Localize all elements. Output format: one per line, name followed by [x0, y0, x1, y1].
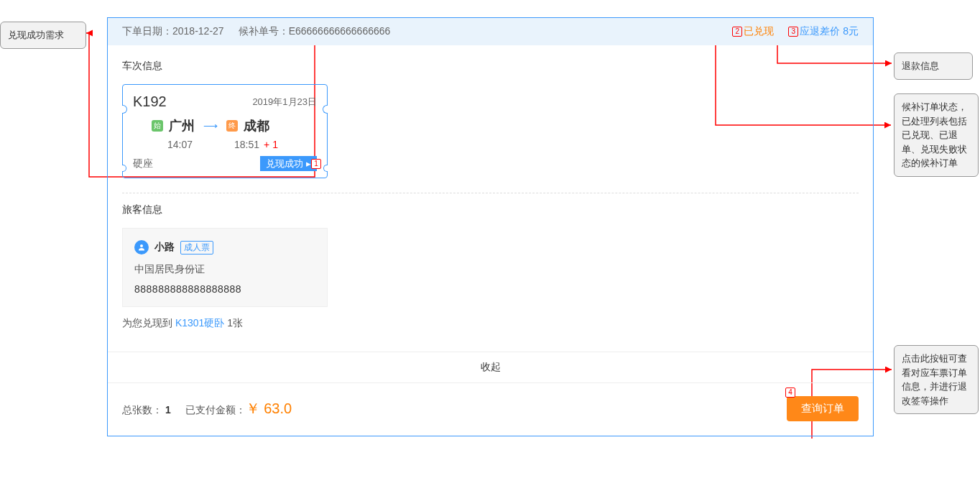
order-header: 下单日期：2018-12-27 候补单号：E66666666666666666 …: [108, 18, 873, 45]
train-ticket-card[interactable]: K192 2019年1月23日 始 广州 ⟶ 终 成都 14:07 18:51+…: [122, 84, 328, 178]
annotation-callout-status: 候补订单状态，已处理列表包括已兑现、已退单、兑现失败状态的候补订单: [894, 93, 979, 177]
order-date-label: 下单日期：: [122, 25, 172, 37]
from-station: 广州: [169, 117, 195, 134]
annotation-callout-query: 点击此按钮可查看对应车票订单信息，并进行退改签等操作: [894, 345, 979, 414]
train-date: 2019年1月23日: [252, 96, 317, 109]
secured-prefix: 为您兑现到: [122, 317, 175, 329]
id-number: 888888888888888888: [134, 283, 315, 295]
total-count: 1: [165, 404, 171, 416]
train-times: 14:07 18:51+ 1: [133, 139, 317, 150]
total-label: 总张数：: [122, 404, 162, 416]
order-date-value: 2018-12-27: [172, 25, 224, 37]
svg-point-0: [140, 244, 143, 247]
plus-day: + 1: [264, 139, 278, 150]
collapse-toggle[interactable]: 收起: [108, 352, 873, 383]
currency-symbol: ￥: [246, 400, 260, 416]
waitlist-label: 候补单号：: [239, 25, 289, 37]
order-date: 下单日期：2018-12-27: [122, 25, 224, 38]
seat-type: 硬座: [133, 157, 153, 170]
route-arrow-icon: ⟶: [203, 120, 218, 132]
arrive-time-group: 18:51+ 1: [234, 139, 278, 150]
header-left: 下单日期：2018-12-27 候补单号：E66666666666666666: [122, 25, 390, 38]
depart-time: 14:07: [167, 139, 193, 150]
ticket-type-badge: 成人票: [180, 241, 213, 255]
paid-amount: 已支付金额：￥ 63.0: [185, 399, 292, 418]
amount-value: 63.0: [264, 400, 292, 416]
id-type: 中国居民身份证: [134, 263, 315, 276]
divider: [122, 193, 859, 193]
passenger-card: 小路 成人票 中国居民身份证 888888888888888888: [122, 228, 328, 307]
status-group: 2已兑现: [732, 25, 774, 38]
footer-bar: 总张数： 1 已支付金额：￥ 63.0 4 查询订单: [122, 383, 859, 421]
annotation-callout-1: 兑现成功需求: [0, 22, 86, 49]
order-card: 下单日期：2018-12-27 候补单号：E66666666666666666 …: [107, 17, 874, 436]
secured-info: 为您兑现到 K1301硬卧 1张: [122, 317, 859, 330]
refund-amount: 8元: [843, 25, 859, 37]
success-badge-wrap: 兑现成功 ▸ 1: [260, 157, 317, 170]
passenger-name: 小路: [154, 241, 175, 254]
annotation-marker-1: 1: [311, 159, 321, 169]
total-tickets: 总张数： 1: [122, 404, 171, 417]
start-badge-icon: 始: [152, 120, 163, 132]
paid-label: 已支付金额：: [185, 404, 246, 416]
secured-train: K1301硬卧: [175, 317, 224, 329]
train-route: 始 广州 ⟶ 终 成都: [133, 117, 317, 134]
query-order-button[interactable]: 查询订单: [787, 396, 859, 421]
to-station: 成都: [244, 117, 269, 134]
user-icon: [134, 240, 149, 255]
order-status: 已兑现: [744, 25, 774, 37]
waitlist-no: 候补单号：E66666666666666666: [239, 25, 391, 38]
success-badge[interactable]: 兑现成功 ▸: [260, 156, 317, 171]
train-number: K192: [133, 93, 167, 110]
header-right: 2已兑现 3应退差价 8元: [732, 25, 859, 38]
refund-group: 3应退差价 8元: [788, 25, 859, 38]
annotation-marker-4: 4: [785, 388, 795, 398]
secured-suffix: 1张: [224, 317, 243, 329]
annotation-marker-2: 2: [732, 27, 742, 37]
refund-label: 应退差价: [800, 25, 840, 37]
annotation-marker-3: 3: [788, 27, 798, 37]
passenger-section-title: 旅客信息: [122, 203, 859, 216]
order-content: 车次信息 K192 2019年1月23日 始 广州 ⟶ 终 成都 14:07 1…: [108, 45, 873, 436]
end-badge-icon: 终: [226, 120, 238, 132]
annotation-callout-refund: 退款信息: [894, 52, 973, 80]
arrive-time: 18:51: [234, 139, 259, 150]
waitlist-value: E66666666666666666: [289, 25, 391, 37]
train-section-title: 车次信息: [122, 60, 859, 73]
